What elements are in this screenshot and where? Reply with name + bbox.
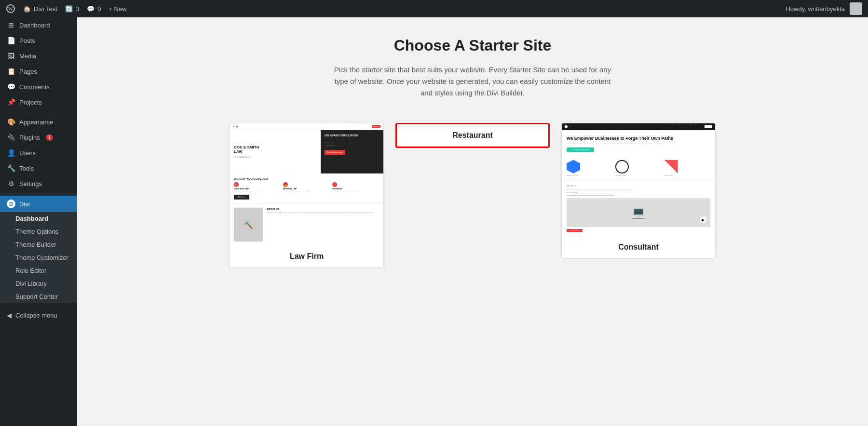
collapse-menu-label: Collapse menu — [15, 312, 57, 319]
sidebar-divider-2 — [0, 193, 77, 194]
new-label: + New — [108, 5, 126, 13]
theme-customizer-label: Theme Customizer — [15, 254, 68, 261]
lf-feature-2: 👨 PERSONAL LAW Lorem ipsum dolor sit ame… — [283, 182, 330, 192]
lf-hero: DOE & SMITHLAW Your trusted legal partne… — [230, 130, 383, 173]
sidebar-label-dashboard: Dashboard — [19, 22, 50, 29]
sidebar-item-appearance[interactable]: 🎨 Appearance — [0, 114, 77, 130]
lf-hero-right: GET A FREE CONSULTATION Lorem ipsum dolo… — [321, 130, 383, 173]
howdy-text: Howdy, writtenbyekta — [786, 5, 845, 13]
comments-icon: 💬 — [7, 83, 15, 91]
lf-feature-icon-2: 👨 — [283, 182, 288, 187]
con-cta-button: GET A FREE CONSULTATION — [567, 147, 594, 152]
comments-item[interactable]: 💬 0 — [87, 5, 101, 13]
site-name-item[interactable]: 🏠 Divi Test — [23, 5, 57, 13]
starter-card-law-firm[interactable]: ⊙ Logo HomeAboutServicesBlogContact Cont… — [230, 123, 384, 268]
role-editor-label: Role Editor — [15, 267, 46, 274]
sidebar-sub-theme-builder[interactable]: Theme Builder — [0, 238, 77, 251]
consultant-label: Consultant — [562, 236, 715, 258]
sidebar-label-users: Users — [19, 149, 36, 157]
dashboard-icon: ⊞ — [7, 21, 15, 29]
sidebar-sub-divi-dashboard[interactable]: Dashboard — [0, 212, 77, 225]
con-icon-branding: Branding & Marketing — [567, 160, 612, 176]
wp-logo-item[interactable]: W — [6, 4, 15, 13]
sidebar-item-dashboard[interactable]: ⊞ Dashboard — [0, 17, 77, 33]
sidebar-item-divi[interactable]: D Divi — [0, 196, 77, 212]
settings-icon: ⚙ — [7, 180, 15, 187]
theme-options-label: Theme Options — [15, 228, 58, 235]
content-area: Choose A Starter Site Pick the starter s… — [77, 17, 868, 426]
sidebar-label-tools: Tools — [19, 165, 34, 172]
sidebar-label-comments: Comments — [19, 83, 50, 91]
page-subtitle: Pick the starter site that best suits yo… — [333, 64, 612, 99]
starter-card-consultant[interactable]: Logo HomeAboutServicesShopBlogContact Hi… — [561, 123, 716, 259]
sidebar: ⊞ Dashboard 📄 Posts 🖼 Media 📋 Pages 💬 Co… — [0, 17, 77, 426]
site-name: Divi Test — [34, 5, 57, 13]
sidebar-item-tools[interactable]: 🔧 Tools — [0, 160, 77, 176]
sidebar-item-pages[interactable]: 📋 Pages — [0, 64, 77, 79]
sidebar-item-projects[interactable]: 📌 Projects — [0, 94, 77, 110]
consultant-preview: Logo HomeAboutServicesShopBlogContact Hi… — [562, 123, 715, 236]
sidebar-item-posts[interactable]: 📄 Posts — [0, 33, 77, 48]
sidebar-label-projects: Projects — [19, 99, 42, 106]
sidebar-item-users[interactable]: 👤 Users — [0, 145, 77, 160]
sidebar-sub-support-center[interactable]: Support Center — [0, 290, 77, 303]
lf-about-image: 🔨 — [234, 208, 263, 241]
support-center-label: Support Center — [15, 293, 58, 300]
updates-item[interactable]: 🔄 3 — [65, 5, 79, 13]
lf-features: ⚖ CORPORATE LAW Lorem ipsum dolor sit am… — [230, 182, 383, 192]
sidebar-sub-divi-library[interactable]: Divi Library — [0, 277, 77, 290]
avatar[interactable] — [850, 2, 862, 15]
lf-section-title: WE GOT YOU COVERED — [230, 173, 383, 182]
sidebar-sub-theme-options[interactable]: Theme Options — [0, 225, 77, 238]
home-icon: 🏠 — [23, 5, 31, 13]
collapse-menu[interactable]: ◀ Collapse menu — [0, 307, 77, 324]
plugins-badge: 1 — [46, 134, 54, 141]
new-item[interactable]: + New — [108, 5, 126, 13]
con-icon-shape-blue — [567, 160, 580, 173]
divi-library-label: Divi Library — [15, 280, 47, 287]
lf-feature-icon-3: © — [332, 182, 337, 187]
cards-grid: ⊙ Logo HomeAboutServicesBlogContact Cont… — [135, 123, 810, 268]
con-icon-shape-red — [665, 160, 678, 173]
con-icon-shape-white — [615, 160, 629, 173]
con-hero: We Empower Businesses to Forge Their Own… — [562, 130, 715, 156]
lf-feature-1: ⚖ CORPORATE LAW Lorem ipsum dolor sit am… — [234, 182, 281, 192]
updates-icon: 🔄 — [65, 5, 73, 13]
sidebar-sub-role-editor[interactable]: Role Editor — [0, 264, 77, 277]
sidebar-divider-1 — [0, 112, 77, 112]
media-icon: 🖼 — [7, 52, 15, 60]
restaurant-label: Restaurant — [397, 124, 548, 146]
admin-bar-left: W 🏠 Divi Test 🔄 3 💬 0 + New — [6, 4, 778, 13]
lf-header: ⊙ Logo HomeAboutServicesBlogContact Cont… — [230, 123, 383, 130]
sidebar-label-pages: Pages — [19, 68, 37, 75]
con-play-button: ▶ — [700, 216, 706, 223]
law-firm-preview: ⊙ Logo HomeAboutServicesBlogContact Cont… — [230, 123, 383, 245]
plugins-icon: 🔌 — [7, 133, 15, 141]
sidebar-label-posts: Posts — [19, 37, 35, 44]
pages-icon: 📋 — [7, 67, 15, 75]
admin-bar: W 🏠 Divi Test 🔄 3 💬 0 + New Howdy, writt… — [0, 0, 868, 17]
con-laptop-image: 💻 ▶ — [567, 198, 710, 227]
sidebar-label-plugins: Plugins — [19, 134, 40, 141]
divi-dashboard-label: Dashboard — [15, 215, 48, 222]
con-icon-social: Community & Social — [615, 160, 661, 176]
update-count: 3 — [76, 5, 79, 13]
sidebar-label-settings: Settings — [19, 180, 42, 187]
sidebar-sub-theme-customizer[interactable]: Theme Customizer — [0, 251, 77, 264]
sidebar-label-divi: Divi — [19, 200, 30, 208]
divi-icon: D — [7, 200, 15, 208]
con-about: ABOUT US We have a habit of delivering t… — [562, 180, 715, 237]
sidebar-item-comments[interactable]: 💬 Comments — [0, 79, 77, 94]
law-firm-label: Law Firm — [230, 245, 383, 267]
sidebar-item-settings[interactable]: ⚙ Settings — [0, 176, 77, 191]
sidebar-label-media: Media — [19, 53, 36, 60]
sidebar-item-media[interactable]: 🖼 Media — [0, 48, 77, 64]
sidebar-item-plugins[interactable]: 🔌 Plugins 1 — [0, 130, 77, 145]
lf-feature-3: © COPYRIGHT Lorem ipsum dolor sit amet c… — [332, 182, 380, 192]
lf-firm-name: DOE & SMITHLAW — [234, 146, 317, 154]
starter-card-restaurant[interactable]: 🍽 Start With Restaurant Preview Restaura… — [395, 123, 550, 148]
comment-count: 0 — [97, 5, 101, 13]
users-icon: 👤 — [7, 149, 15, 157]
tools-icon: 🔧 — [7, 164, 15, 172]
svg-text:W: W — [8, 6, 13, 12]
